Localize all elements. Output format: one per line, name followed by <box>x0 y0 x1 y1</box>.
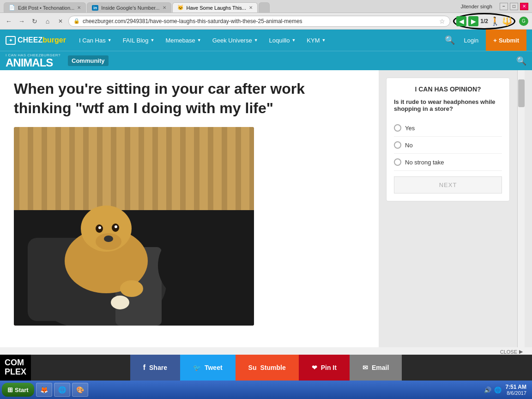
svg-rect-10 <box>125 127 130 210</box>
network-icon: 🌐 <box>494 387 502 393</box>
tab-3-label: Have Some Laughs This... <box>187 5 246 11</box>
close-nav-button[interactable]: ✕ <box>55 16 66 26</box>
nav-item-geek-universe[interactable]: Geek Universe ▼ <box>207 30 264 51</box>
browser-toolbar: ← → ↻ ⌂ ✕ 🔒 cheezburger.com/2949381/have… <box>0 13 532 30</box>
home-button[interactable]: ⌂ <box>42 16 53 26</box>
scrollbar-thumb[interactable] <box>518 79 525 107</box>
svg-rect-4 <box>42 127 47 210</box>
minimize-button[interactable]: − <box>500 3 508 10</box>
site-logo[interactable]: ✦ CHEEZburger <box>6 36 66 45</box>
share-pinterest-button[interactable]: ❤ Pin It <box>299 355 350 381</box>
tab-2[interactable]: in Inside Google's Number... ✕ <box>87 2 171 12</box>
radio-yes[interactable] <box>394 124 401 132</box>
tab-3[interactable]: 🐱 Have Some Laughs This... ✕ <box>172 2 258 12</box>
taskbar-firefox[interactable]: 🦊 <box>36 383 52 397</box>
submit-plus-icon: + <box>493 37 497 44</box>
tab-2-close[interactable]: ✕ <box>163 5 166 10</box>
taskbar-paint[interactable]: 🎨 <box>72 383 88 397</box>
share-pi-label: Pin It <box>321 364 337 371</box>
clock-time: 7:51 AM <box>505 384 526 390</box>
extension-icon[interactable]: G <box>519 17 528 26</box>
svg-point-38 <box>111 296 129 309</box>
login-button[interactable]: Login <box>460 37 483 44</box>
address-bar[interactable]: 🔒 cheezburger.com/2949381/have-some-laug… <box>68 16 450 27</box>
share-email-button[interactable]: ✉ Email <box>350 355 402 381</box>
tab-1-close[interactable]: ✕ <box>77 5 81 10</box>
tab-1-icon: 📄 <box>9 5 15 11</box>
ext-human-icon: 🚶 <box>490 16 500 26</box>
new-tab-btn[interactable] <box>259 2 270 12</box>
page-icon: 🔒 <box>73 18 80 24</box>
close-arrow-icon: ▶ <box>519 349 523 355</box>
svg-rect-11 <box>139 127 144 210</box>
opinion-box: I CAN HAS OPINION? Is it rude to wear he… <box>386 78 510 201</box>
opinion-option-yes[interactable]: Yes <box>394 120 502 137</box>
article-title: When you're sitting in your car after wo… <box>14 79 365 118</box>
radio-no[interactable] <box>394 141 401 149</box>
close-label: CLOSE <box>500 349 517 355</box>
svg-rect-2 <box>14 127 19 210</box>
svg-point-31 <box>115 225 117 228</box>
animals-logo: I CAN HAS CHEEZBURGER? ANIMALS <box>6 53 60 68</box>
back-button[interactable]: ← <box>4 16 14 26</box>
titlebar-username: Jitender singh <box>461 4 493 9</box>
taskbar-clock: 7:51 AM 8/6/2017 <box>505 384 526 396</box>
opinion-option-no[interactable]: No <box>394 137 502 154</box>
subnav-community[interactable]: Community <box>68 55 109 66</box>
share-facebook-button[interactable]: f Share <box>130 355 180 381</box>
ext-forward-button[interactable]: ▶ <box>468 16 478 26</box>
nav-item-loquillo-caret: ▼ <box>291 38 296 42</box>
nav-item-fail-blog[interactable]: FAIL Blog ▼ <box>117 30 160 51</box>
next-button[interactable]: NEXT <box>394 176 502 193</box>
share-stumble-button[interactable]: Su Stumble <box>236 355 299 381</box>
nav-item-memebase-caret: ▼ <box>197 38 201 42</box>
maximize-button[interactable]: □ <box>510 3 518 10</box>
bookmark-icon[interactable]: ☆ <box>439 18 445 25</box>
nav-item-ican-has-label: I Can Has <box>79 37 106 44</box>
firefox-icon: 🦊 <box>40 386 48 393</box>
share-fb-label: Share <box>149 364 167 371</box>
submit-button[interactable]: + Submit <box>486 30 526 51</box>
close-button[interactable]: ✕ <box>520 3 528 10</box>
subnav-search: 🔍 <box>516 56 526 66</box>
subnav-search-icon[interactable]: 🔍 <box>516 56 526 66</box>
complex-logo: COM PLEX <box>0 355 31 381</box>
nav-item-memebase[interactable]: Memebase ▼ <box>160 30 206 51</box>
tab-1[interactable]: 📄 Edit Post • Techonation... ✕ <box>4 2 86 12</box>
svg-rect-14 <box>180 127 186 210</box>
share-twitter-button[interactable]: 🐦 Tweet <box>180 355 236 381</box>
tab-3-close[interactable]: ✕ <box>249 5 253 10</box>
radio-no-strong-take[interactable] <box>394 158 401 166</box>
nav-item-geek-universe-caret: ▼ <box>254 38 258 42</box>
search-button[interactable]: 🔍 <box>443 33 457 47</box>
nav-item-fail-blog-label: FAIL Blog <box>123 37 149 44</box>
toolbar-right: ◀ ▶ 1/2 🚶 🔱 G <box>453 13 528 30</box>
forward-button[interactable]: → <box>17 16 27 26</box>
twitter-icon: 🐦 <box>193 364 201 371</box>
tab-2-icon: in <box>92 5 98 11</box>
close-bar[interactable]: CLOSE ▶ <box>500 349 523 355</box>
start-button[interactable]: ⊞ Start <box>2 383 34 397</box>
tab-2-label: Inside Google's Number... <box>101 5 159 11</box>
scrollbar[interactable] <box>517 70 525 347</box>
email-icon: ✉ <box>363 364 368 371</box>
opinion-title: I CAN HAS OPINION? <box>394 85 502 93</box>
nav-item-ican-has[interactable]: I Can Has ▼ <box>73 30 117 51</box>
nav-item-kym[interactable]: KYM ▼ <box>301 30 331 51</box>
sub-navbar: I CAN HAS CHEEZBURGER? ANIMALS Community… <box>0 51 532 70</box>
speaker-icon: 🔊 <box>484 387 491 393</box>
svg-rect-12 <box>152 127 158 210</box>
ext-back-button[interactable]: ◀ <box>456 16 466 26</box>
svg-rect-15 <box>194 127 200 210</box>
animals-site-title: ANIMALS <box>6 57 60 68</box>
submit-label: Submit <box>499 37 519 44</box>
opinion-option-no-strong-take[interactable]: No strong take <box>394 154 502 171</box>
site-navbar: ✦ CHEEZburger I Can Has ▼ FAIL Blog ▼ Me… <box>0 30 532 51</box>
system-tray: 🔊 🌐 <box>484 387 502 393</box>
svg-point-34 <box>185 256 203 275</box>
taskbar-chrome[interactable]: 🌐 <box>54 383 70 397</box>
complex-logo-line2: PLEX <box>5 368 26 377</box>
nav-item-loquillo[interactable]: Loquillo ▼ <box>264 30 302 51</box>
reload-button[interactable]: ↻ <box>30 16 40 26</box>
pinterest-icon: ❤ <box>312 364 317 371</box>
